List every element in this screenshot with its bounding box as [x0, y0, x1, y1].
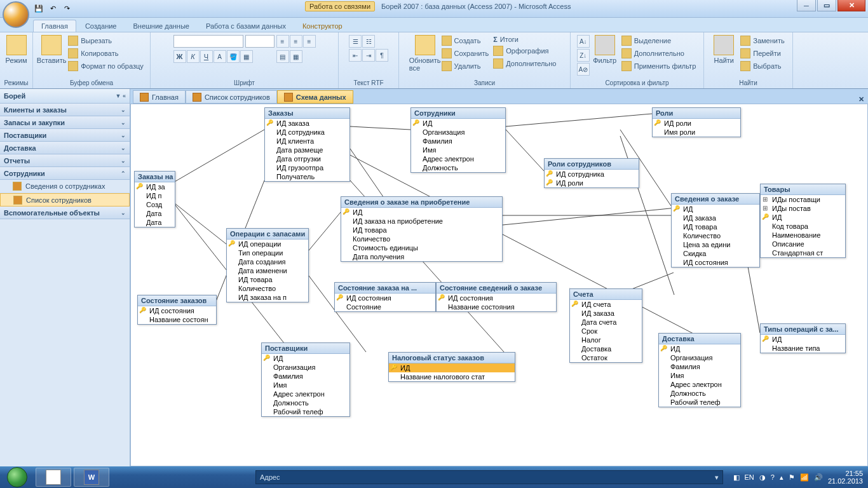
- nav-category[interactable]: Вспомогательные объекты⌄: [0, 207, 130, 219]
- align-right-button[interactable]: ≡: [303, 35, 316, 48]
- table-field[interactable]: Должность: [659, 389, 740, 398]
- table-zakazy_na[interactable]: Заказы на ...ИД заИД пСоздДатаДата: [134, 171, 175, 227]
- table-field[interactable]: Дата: [135, 218, 175, 227]
- table-header[interactable]: Состояние заказа на ...: [335, 283, 435, 294]
- table-field[interactable]: Имя: [411, 146, 505, 154]
- table-field[interactable]: ИД: [761, 335, 845, 344]
- table-dostavka[interactable]: ДоставкаИДОрганизацияФамилияИмяАдрес эле…: [658, 333, 741, 407]
- table-sost_sved[interactable]: Состояние сведений о заказеИД состоянияН…: [436, 282, 557, 312]
- flag-icon[interactable]: ⚑: [789, 473, 795, 482]
- tray-icon[interactable]: ◧: [733, 473, 740, 482]
- paste-button[interactable]: Вставить: [38, 35, 65, 64]
- table-field[interactable]: ИД заказа: [570, 309, 642, 318]
- table-field[interactable]: Тип операции: [227, 248, 308, 257]
- align-center-button[interactable]: ≡: [290, 35, 302, 48]
- table-postavshiki[interactable]: ПоставщикиИДОрганизацияФамилияИмяАдрес э…: [261, 342, 350, 417]
- table-field[interactable]: Название типа: [761, 344, 845, 353]
- table-field[interactable]: Скидка: [672, 249, 759, 258]
- task-word[interactable]: W: [74, 468, 109, 487]
- table-field[interactable]: Налог: [570, 336, 642, 344]
- save-button[interactable]: Сохранить: [440, 48, 491, 59]
- table-header[interactable]: Заказы на ...: [135, 172, 175, 182]
- table-field[interactable]: Должность: [411, 163, 505, 172]
- bold-button[interactable]: Ж: [173, 50, 186, 63]
- table-header[interactable]: Сотрудники: [411, 108, 505, 119]
- table-field[interactable]: ИД: [389, 363, 515, 372]
- table-field[interactable]: Дата получения: [341, 252, 502, 261]
- nav-title[interactable]: Борей▼ «: [0, 89, 130, 104]
- table-field[interactable]: ИД: [411, 119, 505, 128]
- italic-button[interactable]: К: [187, 50, 200, 63]
- table-field[interactable]: ИД за: [135, 182, 175, 191]
- table-tipy_oper[interactable]: Типы операций с за...ИДНазвание типа: [760, 323, 846, 353]
- table-field[interactable]: Дата размеще: [265, 146, 349, 154]
- table-field[interactable]: Адрес электрон: [659, 380, 740, 389]
- table-field[interactable]: ИД товара: [227, 275, 308, 284]
- task-explorer[interactable]: [36, 468, 71, 487]
- table-header[interactable]: Состояние сведений о заказе: [437, 283, 556, 294]
- table-field[interactable]: Организация: [659, 353, 740, 362]
- table-header[interactable]: Сведения о заказе на приобретение: [341, 197, 502, 208]
- copy-button[interactable]: Копировать: [67, 48, 145, 59]
- table-field[interactable]: ИД роли: [653, 119, 740, 128]
- table-field[interactable]: Фамилия: [411, 137, 505, 146]
- table-field[interactable]: ИД сотрудника: [265, 128, 349, 137]
- qat-redo-icon[interactable]: ↷: [61, 3, 72, 15]
- table-field[interactable]: Должность: [262, 398, 349, 407]
- nav-category[interactable]: Сотрудники⌃: [0, 167, 130, 180]
- view-button[interactable]: Режим: [3, 35, 30, 64]
- table-field[interactable]: Фамилия: [262, 372, 349, 381]
- table-field[interactable]: ИД: [672, 205, 759, 214]
- table-header[interactable]: Доставка: [659, 334, 740, 344]
- table-field[interactable]: Имя: [262, 381, 349, 390]
- tab-home[interactable]: Главная: [33, 20, 76, 32]
- nav-item[interactable]: Сведения о сотрудниках: [0, 180, 130, 193]
- table-field[interactable]: ИД: [341, 208, 502, 217]
- table-sost_zakazov[interactable]: Состояние заказовИД состоянияНазвание со…: [137, 295, 217, 325]
- qat-save-icon[interactable]: 💾: [33, 3, 44, 15]
- alt-fill-button[interactable]: ▤: [276, 50, 289, 63]
- table-nalog[interactable]: Налоговый статус заказовИДНазвание налог…: [388, 352, 515, 382]
- table-header[interactable]: Роли сотрудников: [545, 159, 639, 170]
- table-sved_priobr[interactable]: Сведения о заказе на приобретениеИДИД за…: [341, 196, 503, 262]
- cut-button[interactable]: Вырезать: [67, 35, 145, 46]
- table-field[interactable]: Адрес электрон: [411, 154, 505, 163]
- tray-icon[interactable]: ◑: [759, 473, 766, 482]
- table-roli_sotr[interactable]: Роли сотрудниковИД сотрудникаИД роли: [544, 158, 639, 188]
- office-button[interactable]: [3, 1, 29, 28]
- table-field[interactable]: Стоимость единицы: [341, 243, 502, 252]
- help-icon[interactable]: ?: [771, 473, 775, 481]
- nav-item-selected[interactable]: Список сотрудников: [0, 193, 130, 207]
- selection-button[interactable]: Выделение: [620, 35, 698, 46]
- table-field[interactable]: Описание: [761, 240, 845, 248]
- table-field[interactable]: Адрес электрон: [262, 390, 349, 398]
- table-field[interactable]: Стандартная ст: [761, 248, 845, 257]
- chevron-up-icon[interactable]: ▴: [780, 473, 783, 482]
- table-field[interactable]: ИД заказа: [672, 214, 759, 222]
- table-field[interactable]: Рабочий телеф: [262, 407, 349, 416]
- table-field[interactable]: ИД состояния: [437, 294, 556, 302]
- clock[interactable]: 21:5521.02.2013: [828, 470, 863, 485]
- delete-button[interactable]: Удалить: [440, 60, 491, 72]
- table-header[interactable]: Поставщики: [262, 343, 349, 354]
- font-family-select[interactable]: [173, 35, 243, 48]
- table-field[interactable]: Количество: [227, 284, 308, 293]
- table-header[interactable]: Типы операций с за...: [761, 324, 845, 335]
- table-field[interactable]: ИД заказа на п: [227, 293, 308, 302]
- tab-design[interactable]: Конструктор: [295, 20, 350, 32]
- table-header[interactable]: Состояние заказов: [138, 295, 216, 306]
- table-field[interactable]: Остаток: [570, 353, 642, 362]
- fill-color-button[interactable]: 🪣: [227, 50, 240, 63]
- table-field[interactable]: Доставка: [570, 344, 642, 353]
- font-size-select[interactable]: [245, 35, 275, 48]
- table-field[interactable]: ИД состояния: [138, 306, 216, 315]
- replace-button[interactable]: Заменить: [739, 35, 785, 46]
- table-field[interactable]: Состояние: [335, 302, 435, 311]
- table-field[interactable]: Дата счета: [570, 318, 642, 327]
- table-roli[interactable]: РолиИД ролиИмя роли: [652, 107, 741, 137]
- tab-db-tools[interactable]: Работа с базами данных: [198, 20, 294, 32]
- table-tovary[interactable]: ТоварыИДы поставщиИДы поставИДКод товара…: [760, 184, 846, 258]
- rtf-dir-button[interactable]: ¶: [376, 49, 388, 62]
- font-color-button[interactable]: A: [214, 50, 226, 63]
- totals-button[interactable]: ΣИтоги: [492, 35, 557, 44]
